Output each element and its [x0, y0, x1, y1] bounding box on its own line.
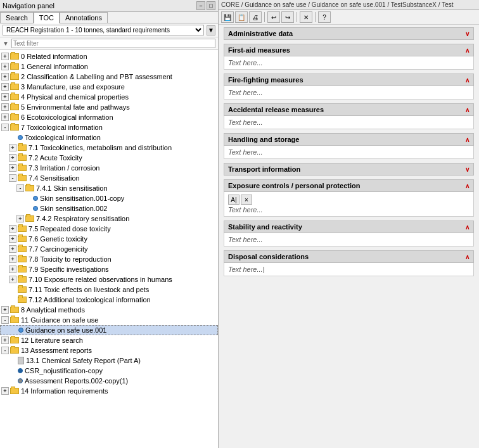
- tree-item-t6[interactable]: +6 Ecotoxicological information: [0, 112, 218, 122]
- section-content-accidental_release: Text here...: [224, 116, 474, 129]
- right-toolbar: 💾 📋 🖨 ↩ ↪ ✕ ?: [219, 10, 479, 25]
- tree-item-t79[interactable]: +7.9 Specific investigations: [0, 264, 218, 274]
- tree-item-t4[interactable]: +4 Physical and chemical properties: [0, 92, 218, 102]
- expand-icon-t75[interactable]: +: [9, 225, 16, 233]
- expand-icon-t79[interactable]: +: [9, 266, 16, 273]
- tree-label-t6: 6 Ecotoxicological information: [21, 113, 113, 121]
- expand-icon-t77[interactable]: +: [9, 245, 16, 253]
- expand-icon-t6[interactable]: +: [1, 113, 9, 121]
- expand-icon-t2[interactable]: +: [1, 73, 9, 80]
- expand-icon-t74[interactable]: -: [9, 174, 16, 182]
- expand-icon-t71[interactable]: +: [9, 144, 16, 151]
- tree-item-t741s2[interactable]: Skin sensitisation.002: [0, 203, 218, 214]
- expand-icon-t710[interactable]: +: [9, 276, 16, 283]
- text-filter-bar: ▼: [0, 37, 218, 50]
- tree-label-t8: 8 Analytical methods: [21, 306, 85, 314]
- expand-icon-t4[interactable]: +: [1, 93, 9, 101]
- expand-icon-t3[interactable]: +: [1, 83, 9, 91]
- tree-item-t5[interactable]: +5 Environmental fate and pathways: [0, 102, 218, 112]
- tree-item-t12[interactable]: +12 Literature search: [0, 335, 218, 345]
- expand-icon-t11[interactable]: -: [1, 316, 9, 324]
- tree-item-t8[interactable]: +8 Analytical methods: [0, 305, 218, 315]
- tree-item-t2[interactable]: +2 Classification & Labelling and PBT as…: [0, 72, 218, 82]
- tree-item-t741s1[interactable]: Skin sensitisation.001-copy: [0, 193, 218, 203]
- print-btn[interactable]: 🖨: [249, 11, 262, 23]
- expand-icon-t741[interactable]: -: [16, 184, 24, 192]
- tree-item-t11[interactable]: -11 Guidance on safe use: [0, 315, 218, 325]
- expand-icon-t12[interactable]: +: [1, 336, 9, 344]
- toggle-icon-stability[interactable]: ∧: [465, 224, 469, 231]
- expand-icon-t742[interactable]: +: [16, 215, 24, 222]
- section-header-disposal[interactable]: Disposal considerations∧: [224, 250, 474, 263]
- tree-item-t741[interactable]: -7.4.1 Skin sensitisation: [0, 183, 218, 193]
- toggle-icon-disposal[interactable]: ∧: [465, 253, 469, 260]
- toggle-icon-exposure_controls[interactable]: ∧: [465, 182, 469, 189]
- expand-icon-t76[interactable]: +: [9, 235, 16, 243]
- folder-icon-t0: [10, 53, 19, 60]
- tab-search[interactable]: Search: [0, 12, 34, 23]
- tree-item-t75[interactable]: +7.5 Repeated dose toxicity: [0, 224, 218, 234]
- toggle-icon-handling_storage[interactable]: ∧: [465, 136, 469, 143]
- expand-icon-t8[interactable]: +: [1, 306, 9, 314]
- tree-item-t13csr[interactable]: CSR_nojustification-copy: [0, 366, 218, 376]
- help-btn[interactable]: ?: [318, 11, 331, 23]
- tree-item-t712[interactable]: 7.12 Additional toxicological informatio…: [0, 295, 218, 305]
- section-header-handling_storage[interactable]: Handling and storage∧: [224, 133, 474, 146]
- tree-item-t711[interactable]: 7.11 Toxic effects on livestock and pets: [0, 285, 218, 295]
- undo-btn[interactable]: ↩: [267, 11, 280, 23]
- tree-item-t73[interactable]: +7.3 Irritation / corrosion: [0, 163, 218, 173]
- tree-item-t742[interactable]: +7.4.2 Respiratory sensitisation: [0, 214, 218, 224]
- panel-minimize-btn[interactable]: −: [196, 1, 205, 10]
- tree-item-t71[interactable]: +7.1 Toxicokinetics, metabolism and dist…: [0, 143, 218, 153]
- panel-maximize-btn[interactable]: □: [207, 1, 215, 10]
- save-as-btn[interactable]: 📋: [235, 11, 248, 23]
- tab-annotations[interactable]: Annotations: [60, 12, 108, 23]
- expand-icon-t14[interactable]: +: [1, 387, 9, 395]
- tree-item-t14[interactable]: +14 Information requirements: [0, 386, 218, 396]
- tree-item-t76[interactable]: +7.6 Genetic toxicity: [0, 234, 218, 244]
- tree-item-t131[interactable]: 13.1 Chemical Safety Report (Part A): [0, 355, 218, 366]
- section-header-stability[interactable]: Stability and reactivity∧: [224, 221, 474, 233]
- tree-item-t7tox[interactable]: Toxicological information: [0, 132, 218, 143]
- tree-item-t13ar[interactable]: Assessment Reports.002-copy(1): [0, 376, 218, 386]
- tree-item-t710[interactable]: +7.10 Exposure related observations in h…: [0, 274, 218, 285]
- tree-item-t7[interactable]: -7 Toxicological information: [0, 122, 218, 132]
- tree-item-t78[interactable]: +7.8 Toxicity to reproduction: [0, 254, 218, 264]
- tree-item-t0[interactable]: +0 Related information: [0, 51, 218, 61]
- tree-item-t3[interactable]: +3 Manufacture, use and exposure: [0, 82, 218, 92]
- section-header-accidental_release[interactable]: Accidental release measures∧: [224, 103, 474, 116]
- expand-icon-t1[interactable]: +: [1, 63, 9, 70]
- tree-item-t11gs[interactable]: Guidance on safe use.001: [0, 325, 218, 335]
- tree-item-t74[interactable]: -7.4 Sensitisation: [0, 173, 218, 183]
- expand-icon-t78[interactable]: +: [9, 255, 16, 263]
- toggle-icon-admin[interactable]: ∨: [465, 30, 469, 37]
- text-filter-input[interactable]: [11, 39, 215, 48]
- redo-btn[interactable]: ↪: [281, 11, 294, 23]
- section-header-fire_fighting[interactable]: Fire-fighting measures∧: [224, 74, 474, 86]
- tree-item-t13[interactable]: -13 Assessment reports: [0, 345, 218, 355]
- toggle-icon-fire_fighting[interactable]: ∧: [465, 77, 469, 84]
- save-btn[interactable]: 💾: [221, 11, 234, 23]
- expand-icon-t72[interactable]: +: [9, 154, 16, 162]
- dropdown-arrow-btn[interactable]: ▼: [207, 25, 215, 35]
- tree-item-t1[interactable]: +1 General information: [0, 61, 218, 72]
- delete-btn[interactable]: ✕: [300, 11, 312, 23]
- section-header-transport[interactable]: Transport information∨: [224, 163, 474, 176]
- expand-icon-t73[interactable]: +: [9, 164, 16, 172]
- section-header-first_aid[interactable]: First-aid measures∧: [224, 44, 474, 56]
- section-header-admin[interactable]: Administrative data∨: [224, 27, 474, 40]
- section-header-exposure_controls[interactable]: Exposure controls / personal protection∧: [224, 179, 474, 192]
- expand-icon-t0[interactable]: +: [1, 53, 9, 60]
- tree-item-t72[interactable]: +7.2 Acute Toxicity: [0, 153, 218, 163]
- inline-btn-exposure_controls-1[interactable]: ×: [241, 195, 252, 205]
- toggle-icon-accidental_release[interactable]: ∧: [465, 106, 469, 113]
- tab-toc[interactable]: TOC: [34, 12, 60, 23]
- toggle-icon-first_aid[interactable]: ∧: [465, 47, 469, 54]
- expand-icon-t7[interactable]: -: [1, 124, 9, 131]
- registration-dropdown[interactable]: REACH Registration 1 - 10 tonnes, standa…: [3, 25, 204, 35]
- tree-item-t77[interactable]: +7.7 Carcinogenicity: [0, 244, 218, 254]
- expand-icon-t13[interactable]: -: [1, 347, 9, 354]
- expand-icon-t5[interactable]: +: [1, 103, 9, 111]
- inline-btn-exposure_controls-0[interactable]: A|: [228, 195, 240, 205]
- toggle-icon-transport[interactable]: ∨: [465, 166, 469, 173]
